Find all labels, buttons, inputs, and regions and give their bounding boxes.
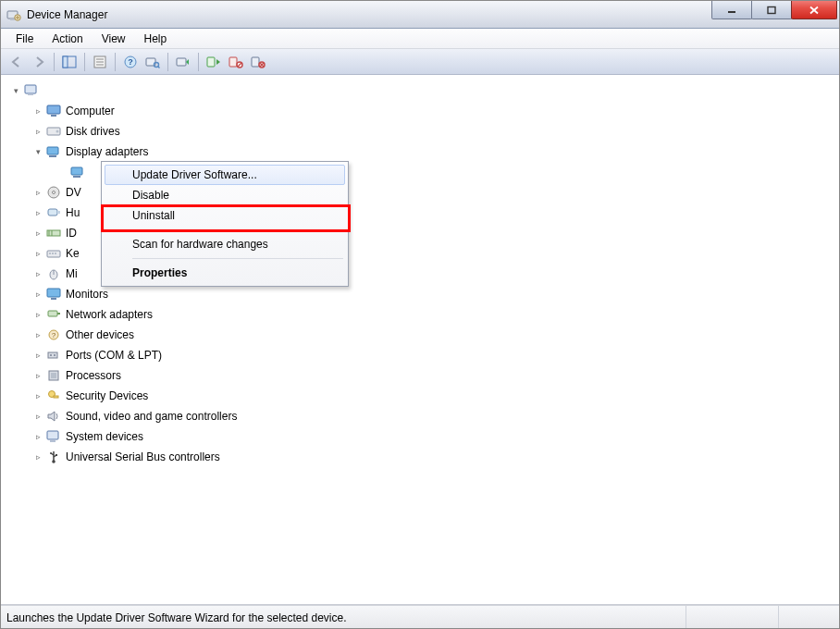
expand-arrow-icon[interactable]: ▾ [10, 85, 21, 96]
status-text: Launches the Update Driver Software Wiza… [6, 611, 686, 624]
context-menu-properties[interactable]: Properties [105, 263, 345, 283]
help-button[interactable]: ? [120, 52, 141, 72]
toolbar-separator [84, 53, 85, 71]
collapse-arrow-icon[interactable]: ▾ [32, 146, 43, 157]
svg-rect-37 [71, 167, 82, 175]
tree-item-sound[interactable]: ▹ Sound, video and game controllers [5, 406, 835, 426]
tree-item-network[interactable]: ▹ Network adapters [5, 304, 835, 325]
expand-arrow-icon[interactable]: ▹ [32, 370, 43, 381]
svg-rect-42 [57, 211, 60, 214]
tree-item-label: ID [66, 227, 77, 240]
status-panel [778, 606, 834, 629]
tree-item-label: Processors [66, 369, 121, 382]
show-hide-tree-button[interactable] [59, 52, 80, 72]
svg-point-68 [52, 460, 56, 463]
tree-root[interactable]: ▾ [5, 80, 835, 101]
context-menu-disable[interactable]: Disable [105, 185, 345, 205]
enable-button[interactable] [204, 52, 224, 72]
svg-rect-31 [47, 105, 60, 114]
svg-text:?: ? [128, 57, 133, 67]
expand-arrow-icon[interactable]: ▹ [32, 431, 43, 442]
dvd-icon [45, 185, 62, 200]
tree-item-disk-drives[interactable]: ▹ Disk drives [5, 121, 835, 142]
tree-item-other[interactable]: ▹ ? Other devices [5, 325, 835, 345]
expand-arrow-icon[interactable]: ▹ [32, 309, 43, 320]
svg-rect-58 [48, 352, 57, 358]
system-icon [45, 429, 62, 444]
menu-action[interactable]: Action [43, 31, 92, 47]
tree-item-label: Hu [66, 206, 80, 219]
expand-arrow-icon[interactable]: ▹ [32, 187, 43, 198]
menu-help[interactable]: Help [135, 31, 177, 47]
svg-point-34 [56, 130, 59, 133]
expand-arrow-icon[interactable]: ▹ [32, 207, 43, 218]
disable-button[interactable] [226, 52, 246, 72]
scan-hardware-button[interactable] [142, 52, 163, 72]
computer-icon [45, 104, 62, 118]
keyboard-icon [45, 246, 62, 261]
expand-arrow-icon[interactable]: ▹ [32, 451, 43, 462]
expand-arrow-icon[interactable]: ▹ [32, 390, 43, 401]
tree-item-security[interactable]: ▹ Security Devices [5, 386, 835, 406]
close-button[interactable] [791, 1, 837, 19]
expand-arrow-icon[interactable]: ▹ [32, 228, 43, 239]
expand-arrow-icon[interactable]: ▹ [32, 268, 43, 279]
back-button[interactable] [6, 52, 27, 72]
svg-rect-53 [51, 298, 56, 300]
minimize-button[interactable] [711, 1, 752, 19]
svg-rect-6 [768, 6, 775, 13]
display-adapter-icon [69, 165, 86, 179]
context-menu-scan[interactable]: Scan for hardware changes [105, 234, 345, 254]
menu-file[interactable]: File [6, 31, 43, 47]
svg-point-60 [54, 354, 56, 356]
ide-icon [45, 226, 62, 240]
computer-root-icon [23, 83, 40, 98]
tree-item-processors[interactable]: ▹ Processors [5, 365, 835, 386]
svg-rect-21 [207, 57, 215, 67]
tree-item-usb[interactable]: ▹ Universal Serial Bus controllers [5, 447, 835, 467]
svg-rect-30 [28, 93, 33, 95]
expand-arrow-icon[interactable]: ▹ [32, 248, 43, 259]
tree-item-display-adapters[interactable]: ▾ Display adapters [5, 142, 835, 162]
tree-item-label: System devices [66, 430, 143, 443]
expand-arrow-icon[interactable]: ▹ [32, 126, 43, 137]
mouse-icon [45, 266, 62, 281]
tree-item-label: Network adapters [66, 308, 153, 321]
maximize-button[interactable] [751, 1, 792, 19]
context-menu-separator [132, 229, 343, 230]
expand-arrow-icon[interactable]: ▹ [32, 329, 43, 340]
tree-item-label: Other devices [66, 328, 134, 341]
menu-view[interactable]: View [93, 31, 135, 47]
expand-arrow-icon[interactable]: ▹ [32, 105, 43, 117]
context-menu-uninstall[interactable]: Uninstall [105, 205, 345, 226]
expand-arrow-icon[interactable]: ▹ [32, 411, 43, 422]
menubar: File Action View Help [1, 29, 839, 49]
svg-rect-52 [47, 289, 60, 297]
svg-rect-20 [177, 58, 186, 66]
update-driver-button[interactable] [173, 52, 193, 72]
tree-item-label: Sound, video and game controllers [66, 410, 237, 423]
svg-rect-36 [49, 155, 56, 157]
hid-icon [45, 205, 62, 220]
context-menu-update-driver[interactable]: Update Driver Software... [105, 165, 345, 185]
statusbar: Launches the Update Driver Software Wiza… [1, 605, 839, 629]
tree-pane[interactable]: ▾ ▹ Computer ▹ Disk drives ▾ [1, 75, 839, 605]
forward-button[interactable] [29, 52, 49, 72]
svg-rect-22 [229, 57, 237, 67]
tree-item-system[interactable]: ▹ System devices [5, 426, 835, 447]
svg-rect-62 [51, 373, 56, 378]
properties-button[interactable] [90, 52, 110, 72]
uninstall-button[interactable] [248, 52, 268, 72]
svg-rect-29 [25, 85, 36, 93]
tree-item-ports[interactable]: ▹ Ports (COM & LPT) [5, 345, 835, 365]
svg-rect-70 [56, 454, 57, 456]
tree-item-monitors[interactable]: ▹ Monitors [5, 284, 835, 304]
tree-item-computer[interactable]: ▹ Computer [5, 101, 835, 121]
svg-point-69 [50, 452, 52, 454]
expand-arrow-icon[interactable]: ▹ [32, 289, 43, 300]
tree-item-label: Disk drives [66, 125, 120, 138]
expand-arrow-icon[interactable]: ▹ [32, 350, 43, 361]
security-icon [45, 388, 62, 403]
svg-rect-47 [49, 253, 51, 254]
svg-rect-1 [10, 18, 15, 20]
